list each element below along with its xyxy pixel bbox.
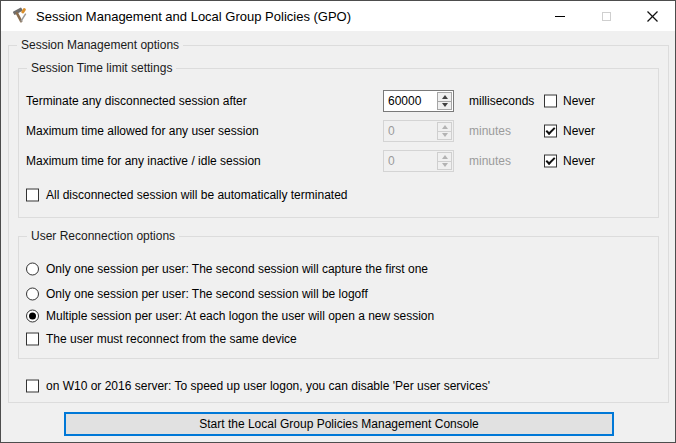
group-time-limit-settings-label: Session Time limit settings [27, 61, 176, 75]
spinner-buttons [437, 121, 453, 141]
row-option-capture-first: Only one session per user: The second se… [1, 262, 676, 276]
max-user-session-input [384, 121, 434, 141]
caption-buttons [537, 1, 675, 31]
radio-capture-first-label: Only one session per user: The second se… [46, 262, 428, 276]
terminate-disconnected-spinner [383, 90, 454, 112]
spinner-buttons [437, 151, 453, 171]
terminate-disconnected-input[interactable] [384, 91, 434, 111]
never-checkbox-disconnected[interactable] [544, 95, 557, 108]
row-w10-per-user-services: on W10 or 2016 server: To speed up user … [1, 379, 676, 393]
radio-logoff-second-session[interactable] [26, 288, 39, 301]
row-terminate-disconnected: Terminate any disconnected session after… [1, 90, 676, 112]
auto-terminate-checkbox[interactable] [26, 189, 39, 202]
row-option-multiple-sessions: Multiple session per user: At each logon… [1, 309, 676, 323]
radio-multiple-sessions-label: Multiple session per user: At each logon… [46, 309, 434, 323]
spin-down-button[interactable] [437, 101, 452, 111]
never-checkbox-user-session[interactable] [544, 125, 557, 138]
max-user-session-label: Maximum time allowed for any user sessio… [26, 124, 259, 138]
never-checkbox-idle-session[interactable] [544, 155, 557, 168]
dialog-window: Session Management and Local Group Polic… [0, 0, 676, 443]
arrow-up-icon [442, 125, 448, 129]
spin-down-button [437, 161, 452, 171]
arrow-up-icon [442, 155, 448, 159]
radio-capture-first-session[interactable] [26, 263, 39, 276]
never-label: Never [563, 154, 595, 168]
minutes-unit-label: minutes [469, 154, 511, 168]
radio-multiple-sessions[interactable] [26, 310, 39, 323]
app-tools-icon [10, 7, 28, 25]
spinner-buttons [437, 91, 453, 111]
never-label: Never [563, 94, 595, 108]
arrow-down-icon [442, 103, 448, 107]
max-idle-session-spinner [383, 150, 454, 172]
maximize-icon [602, 12, 611, 21]
arrow-down-icon [442, 133, 448, 137]
w10-per-user-services-checkbox[interactable] [26, 380, 39, 393]
maximize-button [583, 1, 629, 31]
max-user-session-spinner [383, 120, 454, 142]
minimize-button[interactable] [537, 1, 583, 31]
w10-per-user-services-label: on W10 or 2016 server: To speed up user … [46, 379, 490, 393]
row-max-idle-session: Maximum time for any inactive / idle ses… [1, 150, 676, 172]
minutes-unit-label: minutes [469, 124, 511, 138]
row-auto-terminate: All disconnected session will be automat… [1, 188, 676, 202]
spin-down-button [437, 131, 452, 141]
window-title: Session Management and Local Group Polic… [36, 9, 351, 24]
radio-logoff-second-label: Only one session per user: The second se… [46, 287, 368, 301]
arrow-up-icon [442, 95, 448, 99]
start-gpo-console-button[interactable]: Start the Local Group Policies Managemen… [64, 412, 614, 436]
arrow-down-icon [442, 163, 448, 167]
same-device-label: The user must reconnect from the same de… [46, 332, 297, 346]
group-session-management-label: Session Management options [17, 38, 183, 52]
auto-terminate-label: All disconnected session will be automat… [46, 188, 347, 202]
minimize-icon [555, 16, 565, 17]
row-option-same-device: The user must reconnect from the same de… [1, 332, 676, 346]
max-idle-session-input [384, 151, 434, 171]
close-icon [647, 11, 658, 22]
row-max-user-session: Maximum time allowed for any user sessio… [1, 120, 676, 142]
milliseconds-unit-label: milliseconds [469, 94, 534, 108]
terminate-disconnected-label: Terminate any disconnected session after [26, 94, 247, 108]
group-user-reconnection-label: User Reconnection options [27, 229, 179, 243]
same-device-checkbox[interactable] [26, 333, 39, 346]
max-idle-session-label: Maximum time for any inactive / idle ses… [26, 154, 261, 168]
close-button[interactable] [629, 1, 675, 31]
titlebar: Session Management and Local Group Polic… [1, 1, 675, 31]
row-option-logoff-second: Only one session per user: The second se… [1, 287, 676, 301]
never-label: Never [563, 124, 595, 138]
